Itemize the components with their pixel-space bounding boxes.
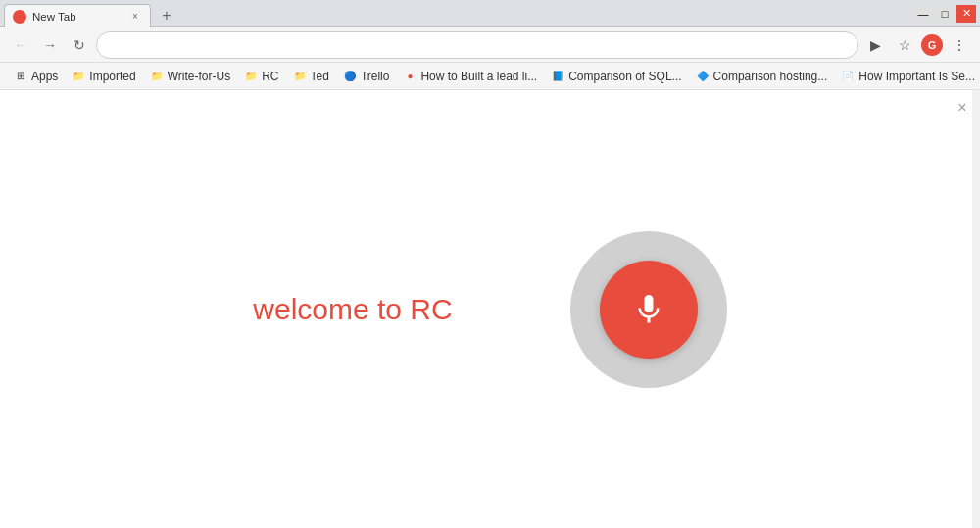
bookmark-hosting[interactable]: 🔷 Comparison hosting... <box>690 68 834 85</box>
folder-icon: 📁 <box>150 70 164 83</box>
bookmark-hosting-label: Comparison hosting... <box>713 70 828 83</box>
bookmark-lead-label: How to Built a lead li... <box>420 70 537 83</box>
bookmark-ted[interactable]: 📁 Ted <box>287 68 335 85</box>
bookmark-rc-label: RC <box>262 70 278 83</box>
user-avatar[interactable]: G <box>921 34 943 56</box>
content-close-button[interactable]: × <box>953 98 972 118</box>
bookmark-sql[interactable]: 📘 Comparison of SQL... <box>545 68 687 85</box>
back-button[interactable]: ← <box>8 32 33 58</box>
bookmark-trello-label: Trello <box>361 70 390 83</box>
bookmark-apps-label: Apps <box>31 70 58 83</box>
trello-icon: 🔵 <box>343 70 357 83</box>
bookmark-important-label: How Important Is Se... <box>858 70 975 83</box>
bookmark-trello[interactable]: 🔵 Trello <box>337 68 396 85</box>
scrollbar[interactable] <box>972 90 980 528</box>
close-icon: × <box>957 99 966 117</box>
welcome-plain-text: welcome to <box>253 293 410 325</box>
bookmarks-bar: ⊞ Apps 📁 Imported 📁 Write-for-Us 📁 RC 📁 … <box>0 63 980 90</box>
bookmark-important[interactable]: 📄 How Important Is Se... <box>835 68 980 85</box>
maximize-button[interactable]: □ <box>935 5 955 23</box>
bookmark-imported-label: Imported <box>89 70 135 83</box>
close-window-button[interactable]: ✕ <box>956 5 976 23</box>
tab-title: New Tab <box>32 11 122 23</box>
bookmark-imported[interactable]: 📁 Imported <box>66 68 141 85</box>
important-icon: 📄 <box>841 70 855 83</box>
mic-container <box>570 231 727 388</box>
menu-button[interactable]: ⋮ <box>947 32 972 58</box>
bookmark-rc[interactable]: 📁 RC <box>238 68 284 85</box>
sql-icon: 📘 <box>551 70 564 83</box>
apps-icon: ⊞ <box>14 70 27 83</box>
microphone-icon <box>631 292 666 327</box>
title-bar: New Tab × + — □ ✕ <box>0 0 980 27</box>
toolbar-right: ▶ ☆ G ⋮ <box>862 32 972 58</box>
bookmark-write-for-us-label: Write-for-Us <box>168 70 230 83</box>
bookmark-apps[interactable]: ⊞ Apps <box>8 68 64 85</box>
window-controls: — □ ✕ <box>913 5 976 23</box>
main-content: × welcome to RC <box>0 90 980 528</box>
minimize-button[interactable]: — <box>913 5 933 23</box>
forward-icon: → <box>43 37 57 53</box>
folder-icon: 📁 <box>244 70 258 83</box>
address-bar[interactable] <box>96 31 858 59</box>
back-icon: ← <box>14 37 27 53</box>
hosting-icon: 🔷 <box>696 70 710 83</box>
mic-button[interactable] <box>600 261 698 359</box>
welcome-section: welcome to RC <box>253 231 726 388</box>
bookmark-sql-label: Comparison of SQL... <box>568 70 681 83</box>
tab-favicon <box>13 10 26 24</box>
forward-button[interactable]: → <box>37 32 63 58</box>
welcome-brand-text: RC <box>410 293 452 325</box>
tab-area: New Tab × + <box>4 0 906 26</box>
bookmark-lead[interactable]: ● How to Built a lead li... <box>397 68 543 85</box>
lead-icon: ● <box>403 70 416 83</box>
bookmark-write-for-us[interactable]: 📁 Write-for-Us <box>144 68 236 85</box>
refresh-icon: ↻ <box>74 37 85 53</box>
mic-outer-ring <box>570 231 727 388</box>
toolbar: ← → ↻ ▶ ☆ G ⋮ <box>0 27 980 63</box>
video-icon[interactable]: ▶ <box>862 32 888 58</box>
star-icon[interactable]: ☆ <box>892 32 917 58</box>
new-tab-button[interactable]: + <box>155 4 178 27</box>
folder-icon: 📁 <box>72 70 85 83</box>
bookmark-ted-label: Ted <box>311 70 329 83</box>
tab-close-button[interactable]: × <box>128 10 142 24</box>
browser-tab[interactable]: New Tab × <box>4 4 151 27</box>
refresh-button[interactable]: ↻ <box>67 32 92 58</box>
folder-icon: 📁 <box>293 70 307 83</box>
welcome-text: welcome to RC <box>253 293 452 326</box>
